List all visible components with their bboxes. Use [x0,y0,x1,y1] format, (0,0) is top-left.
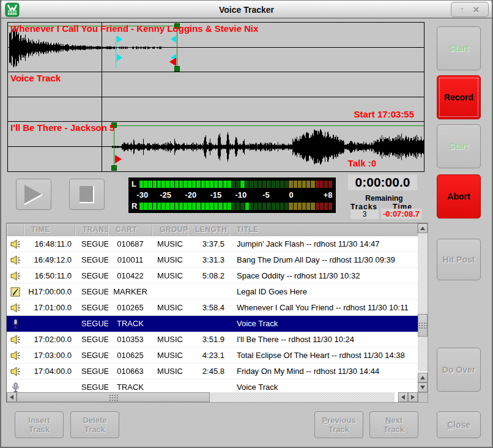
meter-segment [166,203,169,210]
meter-segment [258,181,262,188]
column-header-time[interactable]: TIME [24,223,75,236]
log-cell-trans: SEGUE [75,319,108,328]
log-row[interactable]: 17:04:00.0SEGUE010663MUSIC2:45.8Friday O… [7,364,418,379]
meter-segment [280,203,284,210]
titlebar[interactable]: Voice Tracker ↑ ✕ [0,0,493,18]
log-cell-trans: SEGUE [75,287,108,296]
meter-segment [179,203,183,210]
column-header-title[interactable]: TITLE [229,223,418,236]
log-cell-cart: 010625 [108,351,152,360]
stop-button[interactable] [69,179,105,210]
scrollbar-thumb[interactable] [17,392,210,402]
meter-tick-label: -20 [185,190,196,200]
segue-marker-icon[interactable] [171,35,176,43]
segue-marker-icon[interactable] [117,54,122,61]
log-cell-icon [7,271,24,281]
scroll-left-button-2[interactable] [398,392,408,402]
log-cell-time: 17:03:00.0 [24,351,75,360]
speaker-icon [10,255,21,265]
scrollbar-track[interactable] [418,233,428,371]
meter-tick-label: 0 [289,190,293,200]
log-cell-group: MUSIC [152,271,188,280]
meter-segment [254,181,258,188]
meter-segment [311,181,314,188]
remaining-time-value: -0:07:08.7 [381,209,421,219]
fade-marker-icon[interactable] [115,155,122,163]
fade-marker-icon[interactable] [169,58,176,66]
next-track-button[interactable]: NextTrack [369,411,418,438]
scroll-up-button-2[interactable] [418,373,428,383]
meter-right-bar [139,203,333,210]
do-over-button[interactable]: Do Over [437,348,481,392]
centerline [8,146,424,147]
waveform-track-3[interactable]: I'll Be There - Jackson 5 Talk :0 [8,122,424,171]
log-cell-time: 16:48:11.0 [24,239,75,248]
start-button-1[interactable]: Start [437,26,481,70]
log-cell-time: H17:00:00.0 [24,287,75,296]
play-button[interactable] [16,179,51,210]
start-level-line [114,125,424,126]
hit-post-button[interactable]: Hit Post [437,239,481,280]
log-cell-cart: 010663 [108,367,152,376]
segue-marker-icon[interactable] [117,35,122,43]
meter-right-label: R [132,203,139,210]
meter-segment [214,203,218,210]
column-header-trans[interactable]: TRANS [75,223,108,236]
record-button[interactable]: Record [437,75,481,119]
abort-button[interactable]: Abort [437,174,481,218]
scroll-left-button[interactable] [7,392,17,402]
meter-segment [245,181,249,188]
meter-segment [218,181,222,188]
segue-point-line[interactable] [116,36,116,68]
boundary-handle-bottom[interactable] [111,165,117,171]
log-row[interactable]: H17:00:00.0SEGUEMARKERLegal ID Goes Here [7,284,418,300]
close-button[interactable]: Close [437,411,481,438]
meter-tick-label: -25 [160,190,171,200]
talk-time-label: Talk :0 [348,158,376,168]
meter-segment [302,181,306,188]
log-row[interactable]: 16:49:12.0SEGUE010011MUSIC3:31.3Bang The… [7,252,418,268]
start-button-2[interactable]: Start [437,124,481,168]
centerline [8,97,424,97]
log-cell-icon [7,287,24,297]
log-row[interactable]: 16:50:11.0SEGUE010422MUSIC5:08.2Space Od… [7,268,418,284]
log-row[interactable]: 17:03:00.0SEGUE010625MUSIC4:23.1Total Ec… [7,348,418,364]
log-row[interactable]: SEGUETRACKVoice Track [7,379,418,392]
log-cell-cart: 010687 [108,239,152,248]
delete-track-button[interactable]: DeleteTrack [70,411,119,438]
meter-left-bar [139,181,333,188]
column-header-length[interactable]: LENGTH [188,223,229,236]
meter-segment [320,203,324,210]
previous-track-button[interactable]: PreviousTrack [314,411,363,438]
log-row[interactable]: 17:01:00.0SEGUE010265MUSIC3:58.4Whenever… [7,300,418,316]
insert-track-button[interactable]: InsertTrack [15,411,64,438]
scrollbar-thumb[interactable] [418,314,428,337]
close-icon[interactable]: ✕ [473,6,480,14]
waveform-track-2[interactable]: Voice Track Start 17:03:55 [8,72,424,122]
column-header-icon[interactable] [7,223,24,236]
boundary-handle-bottom[interactable] [174,66,180,72]
meter-segment [236,181,240,188]
waveform-track-1[interactable]: Whenever I Call You Friend - Kenny Loggi… [8,23,424,72]
meter-segment [306,203,310,210]
meter-tick-label: -10 [235,190,247,200]
shade-icon[interactable]: ↑ [460,6,464,14]
log-row[interactable]: 16:48:11.0SEGUE010687MUSIC3:37.5Jumpin' … [7,236,418,252]
meter-segment [324,181,328,188]
column-header-group[interactable]: GROUP [152,223,188,236]
column-header-cart[interactable]: CART [108,223,152,236]
scroll-right-button[interactable] [408,392,418,402]
speaker-icon [10,303,21,313]
log-row[interactable]: SEGUETRACKVoice Track [7,316,418,332]
centerline [8,47,424,48]
log-cell-title: Total Eclipse Of The Heart -- rdhost 11/… [229,351,418,360]
meter-segment [276,203,280,210]
scroll-down-button[interactable] [418,383,428,392]
log-cell-cart: 010422 [108,271,152,280]
vertical-scrollbar[interactable] [418,223,428,392]
scroll-up-button[interactable] [418,223,428,233]
log-row[interactable]: 17:02:00.0SEGUE010353MUSIC3:51.9I'll Be … [7,332,418,348]
horizontal-scrollbar[interactable] [7,392,418,402]
meter-tick-label: -5 [262,190,270,200]
log-cell-title: Voice Track [229,319,418,328]
